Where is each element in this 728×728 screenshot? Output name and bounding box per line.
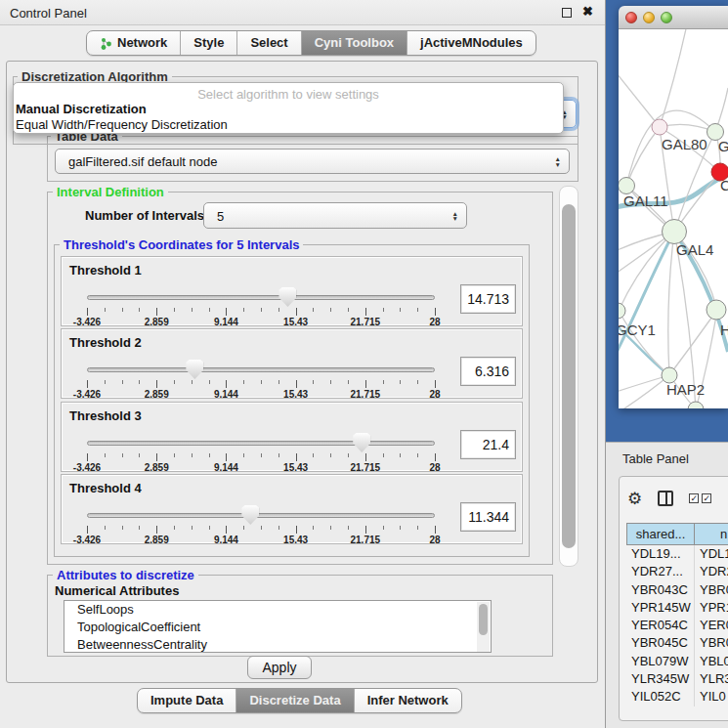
apply-button[interactable]: Apply	[247, 656, 312, 679]
tab-discretize-data[interactable]: Discretize Data	[236, 689, 353, 712]
close-icon[interactable]: ✖	[582, 4, 593, 19]
table-row[interactable]: YDL19...YDL1	[626, 545, 728, 563]
gear-icon[interactable]: ⚙	[627, 491, 642, 507]
tick-label: 15.43	[283, 535, 308, 545]
network-window-titlebar[interactable]	[619, 6, 728, 29]
popup-option-manual-discretization[interactable]: Manual Discretization	[16, 102, 147, 116]
scrollbar-thumb[interactable]	[479, 604, 488, 635]
table-row[interactable]: YBL079WYBL0	[626, 653, 728, 670]
slider-thumb[interactable]	[278, 287, 296, 307]
network-edge[interactable]	[619, 232, 674, 360]
tick-label: 21.715	[351, 389, 381, 400]
attribute-list-item[interactable]: SelfLoops	[64, 601, 491, 619]
checkbox-icon-2[interactable]: ✓	[702, 493, 711, 503]
number-of-intervals-combobox[interactable]: 5 ▲▼	[203, 202, 467, 229]
attribute-list-item[interactable]: BetweennessCentrality	[64, 636, 491, 653]
number-of-intervals-label: Number of Intervals	[81, 208, 208, 223]
slider-track[interactable]	[87, 295, 435, 300]
network-node[interactable]	[619, 303, 625, 319]
tick-mark	[330, 380, 331, 384]
slider-track[interactable]	[87, 367, 435, 372]
tick-mark	[226, 453, 227, 461]
table-row[interactable]: YDR27...YDR2	[626, 563, 728, 580]
table-cell: YER054C	[626, 617, 695, 634]
threshold-value-field[interactable]: 6.316	[460, 357, 516, 386]
list-scrollbar[interactable]	[477, 602, 490, 653]
threshold-value-field[interactable]: 21.4	[460, 430, 516, 459]
column-header[interactable]: shared...	[626, 523, 695, 545]
table-data-combobox[interactable]: galFiltered.sif default node ▲▼	[55, 149, 570, 174]
table-row[interactable]: YLR345WYLR3	[626, 670, 728, 688]
tick-mark	[105, 380, 106, 384]
network-node[interactable]	[619, 178, 635, 194]
slider-thumb[interactable]	[353, 433, 370, 452]
tick-label: 2.859	[145, 462, 169, 473]
tab-network[interactable]: Network	[87, 31, 180, 55]
close-traffic-light-icon[interactable]	[625, 12, 637, 23]
slider-track[interactable]	[87, 513, 435, 518]
column-header[interactable]: n	[695, 523, 728, 545]
threshold-slider[interactable]: -3.4262.8599.14415.4321.71528	[87, 286, 435, 327]
slider-thumb[interactable]	[186, 360, 203, 379]
slider-ticks	[87, 453, 435, 462]
tick-mark	[365, 380, 366, 388]
threshold-panel-3: Threshold 3 -3.4262.8599.14415.4321.7152…	[61, 402, 523, 472]
slider-thumb[interactable]	[241, 505, 259, 525]
table-row[interactable]: YIL052CYIL0	[626, 688, 728, 706]
table-row[interactable]: YBR045CYBR0	[626, 634, 728, 652]
tab-label: Infer Network	[367, 689, 449, 712]
tab-style[interactable]: Style	[180, 31, 236, 55]
slider-track[interactable]	[87, 441, 435, 446]
scrollbar-thumb[interactable]	[562, 204, 576, 548]
float-window-icon[interactable]	[562, 8, 572, 18]
tab-select[interactable]: Select	[236, 31, 300, 55]
network-edge[interactable]	[619, 311, 669, 375]
tick-mark	[296, 308, 297, 316]
popup-placeholder: Select algorithm to view settings	[14, 87, 563, 102]
threshold-slider[interactable]: -3.4262.8599.14415.4321.71528	[87, 432, 435, 473]
tick-mark	[313, 526, 314, 530]
threshold-label: Threshold 1	[69, 263, 142, 278]
threshold-value-field[interactable]: 14.713	[460, 284, 516, 314]
tab-cyni-toolbox[interactable]: Cyni Toolbox	[301, 31, 407, 55]
network-edge[interactable]	[619, 68, 660, 127]
numerical-attributes-list[interactable]: SelfLoopsTopologicalCoefficientBetweenne…	[64, 600, 492, 653]
network-edge[interactable]	[668, 232, 674, 375]
tick-mark	[156, 308, 157, 316]
tab-infer-network[interactable]: Infer Network	[354, 689, 461, 712]
tick-label: 15.43	[283, 317, 308, 327]
minimize-traffic-light-icon[interactable]	[643, 12, 655, 23]
tab-jactivemnodules[interactable]: jActiveMNodules	[407, 31, 535, 55]
checkbox-icon-1[interactable]: ✓	[689, 493, 699, 503]
table-cell: YIL052C	[626, 688, 695, 706]
threshold-value-field[interactable]: 11.344	[460, 502, 516, 532]
threshold-slider[interactable]: -3.4262.8599.14415.4321.71528	[87, 504, 435, 545]
network-edge[interactable]	[619, 375, 669, 408]
settings-scrollbar[interactable]	[559, 186, 578, 567]
columns-icon[interactable]	[658, 491, 673, 506]
network-icon	[100, 37, 112, 50]
tick-mark	[261, 526, 262, 530]
table-row[interactable]: YER054CYER0	[626, 617, 728, 634]
node-label: GAL4	[676, 241, 713, 258]
tick-mark	[400, 308, 401, 312]
network-edge[interactable]	[626, 127, 660, 186]
popup-option-equal-width-frequency[interactable]: Equal Width/Frequency Discretization	[16, 117, 228, 132]
tick-mark	[348, 380, 349, 384]
network-edge[interactable]	[660, 29, 687, 127]
network-edge[interactable]	[619, 232, 674, 311]
network-edge[interactable]	[669, 310, 717, 375]
attribute-list-item[interactable]: TopologicalCoefficient	[64, 619, 491, 636]
table-cell: YBR043C	[626, 581, 695, 599]
threshold-slider[interactable]: -3.4262.8599.14415.4321.71528	[87, 359, 435, 400]
tab-label: Impute Data	[150, 689, 223, 712]
network-node[interactable]	[707, 300, 726, 320]
network-node[interactable]	[652, 119, 667, 135]
table-row[interactable]: YPR145WYPR1	[626, 599, 728, 617]
tick-mark	[139, 380, 140, 384]
zoom-traffic-light-icon[interactable]	[661, 12, 672, 23]
network-canvas[interactable]: GAL80GACGAL11GAL4GCY1HHAP2	[619, 29, 728, 408]
table-row[interactable]: YBR043CYBR0	[626, 581, 728, 599]
tab-impute-data[interactable]: Impute Data	[138, 689, 236, 712]
network-node[interactable]	[663, 220, 687, 244]
